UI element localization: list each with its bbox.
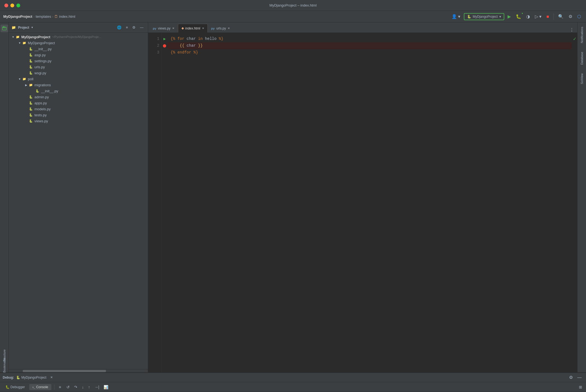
tree-item-models[interactable]: ▶ 🐍 models.py <box>9 106 148 112</box>
tab-urls-py[interactable]: py urls.py ✕ <box>208 24 233 32</box>
tree-item-poll[interactable]: ▼ 📁 poll <box>9 76 148 82</box>
tree-item-admin[interactable]: ▶ 🐍 admin.py <box>9 94 148 100</box>
tree-item-migrations[interactable]: ▶ 📁 migrations <box>9 82 148 88</box>
gutter-item-1[interactable]: ▶ <box>162 35 167 42</box>
debug-icon: 🐛 <box>516 14 521 19</box>
collapse-all-button[interactable]: ≡ <box>124 24 130 31</box>
init2-name: __init__.py <box>41 89 58 93</box>
gutter-item-2[interactable] <box>162 42 167 49</box>
file-tree[interactable]: ▼ 📁 MyDjangoProject ~/PycharmProjects/My… <box>9 33 148 369</box>
debug-step-into-button[interactable]: ↓ <box>80 384 85 390</box>
wsgi-name: wsgi.py <box>34 71 46 75</box>
debug-run-cursor-button[interactable]: →| <box>93 384 101 390</box>
file-tree-hscroll[interactable] <box>9 369 148 372</box>
debug-step-out-button[interactable]: ↑ <box>86 384 92 390</box>
close-button[interactable] <box>4 4 8 7</box>
tree-item-settings[interactable]: ▶ 🐍 settings.py <box>9 58 148 64</box>
stop-button[interactable]: ■ <box>545 13 551 20</box>
run-with-coverage-button[interactable]: ▷ ▾ <box>533 13 543 20</box>
tree-item-tests[interactable]: ▶ 🐍 tests.py <box>9 112 148 118</box>
views-file-icon: 🐍 <box>28 118 33 123</box>
settings-button[interactable]: ⚙ <box>567 13 574 20</box>
tree-item-urls1[interactable]: ▶ 🐍 urls.py <box>9 64 148 70</box>
tab-views-py-close[interactable]: ✕ <box>172 27 174 30</box>
root-path: ~/PycharmProjects/MyDjangoProje... <box>52 35 101 38</box>
run-config-button[interactable]: 🐍 MyDjangoProject ▾ <box>464 13 504 20</box>
breadcrumb-file-icon: 🗒 <box>54 14 58 19</box>
apps-name: apps.py <box>34 101 47 105</box>
tree-item-apps[interactable]: ▶ 🐍 apps.py <box>9 100 148 106</box>
debug-tab-console[interactable]: ›_ Console <box>29 384 51 390</box>
tree-item-views[interactable]: ▶ 🐍 views.py <box>9 118 148 124</box>
migrations-arrow: ▶ <box>24 84 28 87</box>
debug-toolbar-more[interactable]: ≡ <box>57 384 63 390</box>
editor-panel: py views.py ✕ ◆ index.html ✕ py urls.py … <box>148 22 577 372</box>
scope-button[interactable]: 🌐 <box>115 24 123 31</box>
tab-index-html-label: index.html <box>185 26 200 30</box>
admin-file-icon: 🐍 <box>28 94 33 99</box>
root-name: MyDjangoProject <box>21 35 50 39</box>
admin-name: admin.py <box>34 95 49 99</box>
run-button[interactable]: ▶ <box>506 13 512 20</box>
tree-item-init2[interactable]: ▶ 🐍 __init__.py <box>9 88 148 94</box>
debug-run-indicator <box>521 12 523 14</box>
breadcrumb-file[interactable]: index.html <box>59 14 75 19</box>
sidebar-item-bookmarks[interactable]: Bookmarks <box>1 361 8 369</box>
tests-name: tests.py <box>34 113 47 117</box>
debug-evaluate-button[interactable]: 📊 <box>102 384 110 390</box>
mydjango-folder-icon: 📁 <box>22 40 27 45</box>
tab-index-html-close[interactable]: ✕ <box>202 27 204 30</box>
debug-tab-debugger[interactable]: 🐛 Debugger <box>2 384 28 390</box>
settings-panel-button[interactable]: ⚙ <box>131 24 137 31</box>
tree-item-init1[interactable]: ▶ 🐍 __init__.py <box>9 46 148 52</box>
code-in: in <box>198 35 203 42</box>
breadcrumb-project[interactable]: MyDjangoProject <box>3 14 32 19</box>
debug-settings-button[interactable]: ⚙ <box>567 374 575 381</box>
code-ws1 <box>175 35 177 42</box>
panel-dropdown-icon[interactable]: ▾ <box>31 26 33 29</box>
tab-views-py[interactable]: py views.py ✕ <box>149 24 178 32</box>
breadcrumb-folder[interactable]: templates <box>36 14 51 19</box>
console-icon: ›_ <box>33 385 35 389</box>
code-ws4 <box>171 42 180 49</box>
right-gutter-1: ✓ <box>572 35 577 42</box>
root-arrow: ▼ <box>11 35 15 38</box>
debug-step-over-button[interactable]: ↷ <box>72 384 79 390</box>
search-button[interactable]: 🔍 <box>556 13 565 20</box>
account-button[interactable]: 👤 ▾ <box>450 13 462 20</box>
debug-layout-button[interactable]: ⊞ <box>577 384 584 390</box>
tree-item-asgi[interactable]: ▶ 🐍 asgi.py <box>9 52 148 58</box>
right-sidebar: Notifications Database SciView <box>577 22 586 372</box>
wsgi-file-icon: 🐍 <box>28 70 33 75</box>
code-kw4: %} <box>194 49 198 56</box>
sidebar-item-project[interactable] <box>1 25 8 32</box>
plugins-button[interactable]: ⬡ <box>576 13 583 20</box>
tab-urls-py-close[interactable]: ✕ <box>228 27 230 30</box>
coverage-button[interactable]: ◑ <box>525 13 532 20</box>
debug-config-button[interactable]: 🐍 MyDjangoProject <box>16 376 46 379</box>
debug-config-icon: 🐍 <box>16 376 20 379</box>
apps-file-icon: 🐍 <box>28 100 33 105</box>
close-panel-button[interactable]: — <box>138 24 145 31</box>
tree-item-mydjangoproject[interactable]: ▼ 📁 MyDjangoProject <box>9 40 148 46</box>
sidebar-notifications[interactable]: Notifications <box>579 25 585 45</box>
gutter-item-3[interactable] <box>162 49 167 56</box>
breakpoint-line2[interactable] <box>163 44 166 47</box>
sidebar-sciview[interactable]: SciView <box>579 71 585 86</box>
code-line-3: {% endfor %} <box>167 49 572 56</box>
sidebar-database[interactable]: Database <box>579 50 585 67</box>
debug-close-tab[interactable]: ✕ <box>49 375 54 380</box>
tree-item-root[interactable]: ▼ 📁 MyDjangoProject ~/PycharmProjects/My… <box>9 34 148 40</box>
debug-header-icons: ⚙ — <box>567 374 583 381</box>
minimize-button[interactable] <box>10 4 14 7</box>
folder-icon: 📁 <box>11 25 16 29</box>
debug-rerun-button[interactable]: ↺ <box>65 384 71 390</box>
maximize-button[interactable] <box>16 4 20 7</box>
debug-run-button[interactable]: 🐛 <box>514 13 523 20</box>
tree-item-wsgi[interactable]: ▶ 🐍 wsgi.py <box>9 70 148 76</box>
debugger-icon: 🐛 <box>5 385 10 389</box>
tab-index-html[interactable]: ◆ index.html ✕ <box>178 24 208 32</box>
editor-tabs-more[interactable]: ⋮ <box>567 27 576 32</box>
code-area[interactable]: {% for char in hello %} {{ char }} {% <box>167 33 572 372</box>
debug-minimize-button[interactable]: — <box>576 374 583 381</box>
